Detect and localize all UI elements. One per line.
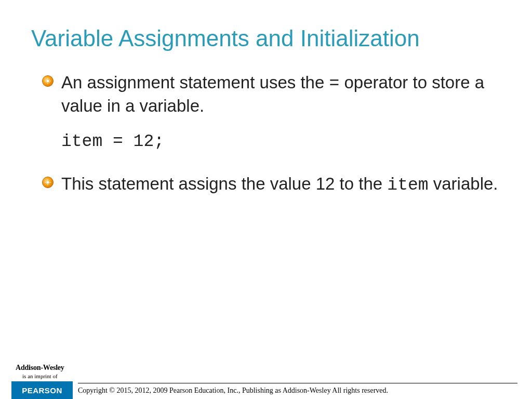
- slide-title: Variable Assignments and Initialization: [31, 26, 501, 51]
- divider: [78, 383, 517, 383]
- code-line: item = 12;: [61, 131, 501, 152]
- slide-footer: Addison-Wesley is an imprint of PEARSON …: [0, 349, 532, 399]
- text-run: This statement assigns the value 12 to t…: [61, 174, 387, 193]
- svg-point-11: [47, 181, 49, 183]
- inline-code: item: [387, 176, 428, 195]
- slide: Variable Assignments and Initialization: [0, 0, 532, 399]
- slide-content: An assignment statement uses the = opera…: [31, 72, 501, 196]
- pearson-logo: PEARSON: [11, 381, 73, 399]
- text-run: variable.: [429, 174, 498, 193]
- bullet-item: An assignment statement uses the = opera…: [46, 72, 501, 152]
- bullet-icon: [42, 176, 54, 189]
- imprint-block: Addison-Wesley is an imprint of: [16, 364, 64, 379]
- bullet-item: This statement assigns the value 12 to t…: [46, 173, 501, 196]
- inline-code: =: [329, 74, 339, 94]
- bullet-text: This statement assigns the value 12 to t…: [61, 173, 501, 196]
- svg-point-5: [47, 80, 49, 82]
- bullet-text: An assignment statement uses the = opera…: [61, 72, 501, 152]
- imprint-subtext: is an imprint of: [16, 373, 64, 379]
- copyright-text: Copyright © 2015, 2012, 2009 Pearson Edu…: [78, 387, 388, 395]
- imprint-name: Addison-Wesley: [16, 364, 64, 372]
- bullet-icon: [42, 75, 54, 87]
- text-run: An assignment statement uses the: [61, 73, 329, 92]
- pearson-logo-text: PEARSON: [22, 386, 62, 395]
